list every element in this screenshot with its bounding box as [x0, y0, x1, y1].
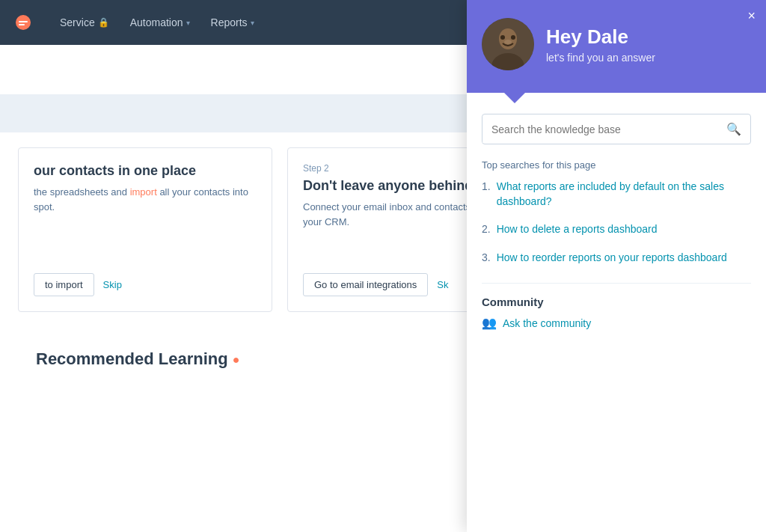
automation-label: Automation — [130, 16, 183, 28]
panel-greeting: Hey Dale let's find you an answer — [546, 25, 655, 64]
search-icon: 🔍 — [726, 123, 741, 135]
skip-button-1[interactable]: Skip — [103, 279, 122, 290]
recommended-title: Recommended Learning — [36, 349, 228, 368]
search-num-1: 1. — [482, 180, 491, 209]
ask-community-link[interactable]: 👥 Ask the community — [482, 316, 751, 330]
avatar — [482, 18, 534, 70]
greeting-sub: let's find you an answer — [546, 52, 655, 64]
card-1-text: the spreadsheets and import all your con… — [34, 185, 257, 214]
search-link-3[interactable]: How to reorder reports on your reports d… — [497, 251, 727, 266]
panel-header: Hey Dale let's find you an answer × — [467, 0, 766, 93]
svg-point-8 — [504, 40, 512, 44]
skip-button-2[interactable]: Sk — [437, 279, 448, 290]
community-label: Community — [482, 296, 751, 308]
svg-point-7 — [511, 35, 515, 40]
svg-point-6 — [500, 35, 505, 40]
greeting-name: Hey Dale — [546, 25, 655, 49]
chevron-down-icon: ▾ — [186, 19, 190, 27]
reports-label: Reports — [211, 16, 248, 28]
svg-rect-2 — [19, 24, 25, 25]
search-num-2: 2. — [482, 222, 491, 237]
service-label: Service — [60, 16, 95, 28]
top-searches-label: Top searches for this page — [482, 159, 751, 171]
card-1-title: our contacts in one place — [34, 163, 257, 179]
svg-rect-1 — [19, 21, 28, 22]
card-1-highlight: import — [130, 186, 157, 198]
community-icon: 👥 — [482, 316, 497, 330]
search-input[interactable] — [482, 116, 717, 143]
search-link-2[interactable]: How to delete a reports dashboard — [497, 222, 658, 237]
card-1-text-prefix: the spreadsheets and — [34, 186, 130, 198]
list-item: 3. How to reorder reports on your report… — [482, 251, 751, 266]
divider — [482, 283, 751, 284]
list-item: 2. How to delete a reports dashboard — [482, 222, 751, 237]
card-1-actions: to import Skip — [34, 273, 257, 296]
lock-icon: 🔒 — [98, 17, 109, 28]
import-button[interactable]: to import — [34, 273, 94, 296]
community-section: Community 👥 Ask the community — [482, 296, 751, 330]
search-list: 1. What reports are included by default … — [482, 180, 751, 265]
nav-automation[interactable]: Automation ▾ — [120, 0, 200, 45]
card-1: our contacts in one place the spreadshee… — [18, 147, 272, 312]
nav-reports[interactable]: Reports ▾ — [200, 0, 265, 45]
search-button[interactable]: 🔍 — [717, 114, 750, 144]
email-integrations-button[interactable]: Go to email integrations — [303, 273, 428, 296]
search-link-1[interactable]: What reports are included by default on … — [497, 180, 751, 209]
chevron-down-icon: ▾ — [251, 19, 254, 27]
search-num-3: 3. — [482, 251, 491, 266]
recommended-icon: ● — [233, 353, 240, 366]
community-link-text: Ask the community — [503, 317, 591, 329]
panel-body: 🔍 Top searches for this page 1. What rep… — [467, 93, 766, 532]
close-button[interactable]: × — [747, 9, 756, 22]
brand-logo — [12, 11, 34, 34]
nav-service[interactable]: Service 🔒 — [49, 0, 120, 45]
help-panel: Hey Dale let's find you an answer × 🔍 To… — [467, 0, 766, 532]
search-box: 🔍 — [482, 114, 751, 144]
list-item: 1. What reports are included by default … — [482, 180, 751, 209]
